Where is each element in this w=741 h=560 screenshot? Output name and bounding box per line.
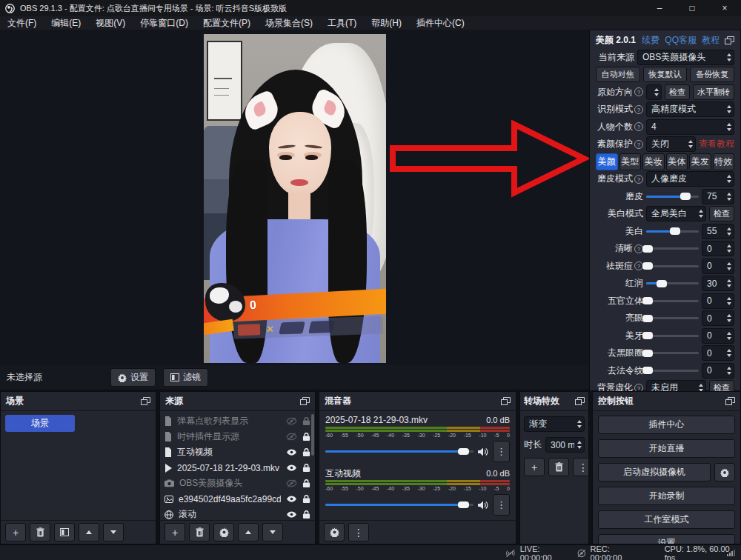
- source-row[interactable]: 弹幕点歌列表显示: [163, 413, 312, 429]
- autofocus-button[interactable]: 自动对焦: [596, 67, 640, 82]
- popout-icon[interactable]: [725, 397, 735, 405]
- facial-3d-value[interactable]: 0: [702, 293, 734, 309]
- facial-3d-slider[interactable]: [646, 300, 699, 302]
- backup-restore-button[interactable]: 备份恢复: [690, 67, 734, 82]
- tab-reshape[interactable]: 美型: [619, 153, 642, 170]
- teeth-whitening-value[interactable]: 0: [702, 328, 734, 344]
- spinner-icon[interactable]: [724, 227, 734, 236]
- anti-blemish-slider[interactable]: [646, 265, 699, 267]
- whitening-slider[interactable]: [646, 230, 699, 233]
- smooth-mode-select[interactable]: 人像磨皮: [646, 171, 734, 187]
- whitening-mode-select[interactable]: 全局美白: [646, 206, 706, 221]
- beauty-header-link[interactable]: 续费: [642, 34, 659, 47]
- face-protect-select[interactable]: 关闭: [646, 136, 696, 152]
- source-row[interactable]: 滚动: [163, 507, 312, 520]
- anti-blemish-value[interactable]: 0: [702, 259, 734, 274]
- rosy-value[interactable]: 30: [702, 276, 734, 291]
- spinner-icon[interactable]: [724, 279, 734, 287]
- spinner-icon[interactable]: [724, 262, 734, 270]
- start-virtual-camera-button[interactable]: 启动虚拟摄像机: [598, 463, 711, 481]
- popout-icon[interactable]: [725, 36, 734, 44]
- eye-icon[interactable]: [286, 448, 297, 456]
- close-button[interactable]: ×: [708, 0, 741, 16]
- tab-makeup[interactable]: 美妆: [642, 153, 665, 170]
- start-recording-button[interactable]: 开始录制: [598, 487, 735, 505]
- spinner-icon[interactable]: [651, 88, 661, 96]
- volume-slider[interactable]: [325, 504, 473, 506]
- dark-circle-removal-slider[interactable]: [646, 352, 699, 354]
- remove-source-button[interactable]: [189, 523, 210, 541]
- menu-item[interactable]: 编辑(E): [44, 16, 88, 30]
- beauty-header-link[interactable]: 教程: [702, 34, 720, 47]
- spinner-icon[interactable]: [724, 297, 734, 305]
- teeth-whitening-slider[interactable]: [646, 335, 699, 337]
- mixer-options-button[interactable]: ⋮: [493, 441, 510, 462]
- lock-icon[interactable]: [302, 479, 310, 488]
- sources-scrollbar[interactable]: [311, 414, 314, 456]
- spinner-icon[interactable]: [724, 367, 734, 375]
- smooth-skin-value[interactable]: 75: [702, 189, 734, 204]
- spinner-icon[interactable]: [724, 332, 734, 340]
- whitening-value[interactable]: 55: [702, 224, 734, 239]
- eye-icon[interactable]: [286, 464, 297, 472]
- source-row[interactable]: 互动视频: [163, 444, 312, 460]
- bright-eyes-value[interactable]: 0: [702, 310, 734, 326]
- view-tutorial-link[interactable]: 查看教程: [699, 138, 734, 150]
- smooth-skin-slider[interactable]: [646, 196, 699, 198]
- spinner-icon[interactable]: [724, 193, 734, 201]
- source-row[interactable]: OBS美颜摄像头: [163, 476, 312, 491]
- settings-button[interactable]: 设置: [598, 534, 735, 544]
- person-count-stepper[interactable]: 4: [646, 119, 734, 135]
- spinner-icon[interactable]: [724, 53, 734, 61]
- advanced-audio-button[interactable]: [324, 523, 345, 541]
- speaker-icon[interactable]: [478, 447, 488, 456]
- add-scene-button[interactable]: +: [5, 523, 26, 541]
- spinner-icon[interactable]: [685, 140, 695, 148]
- eye-icon[interactable]: [286, 495, 297, 503]
- horizontal-flip-button[interactable]: 水平翻转: [693, 84, 734, 100]
- source-properties-gear-button[interactable]: [213, 523, 234, 541]
- move-source-down-button[interactable]: [262, 523, 283, 541]
- transition-type-select[interactable]: 渐变: [524, 416, 585, 432]
- start-streaming-button[interactable]: 开始直播: [598, 439, 735, 458]
- eye-icon[interactable]: [286, 510, 297, 519]
- spinner-icon[interactable]: [724, 349, 734, 357]
- menu-item[interactable]: 停靠窗口(D): [133, 16, 196, 30]
- remove-transition-button[interactable]: [548, 458, 569, 476]
- current-source-select[interactable]: OBS美颜摄像头: [637, 50, 734, 65]
- maximize-button[interactable]: □: [676, 0, 708, 16]
- speaker-icon[interactable]: [478, 501, 488, 510]
- spinner-icon[interactable]: [574, 441, 584, 449]
- source-row[interactable]: e394502df49aa5fc2a99cd2e7c: [163, 491, 312, 507]
- tab-effects[interactable]: 特效: [713, 153, 735, 170]
- eye-slash-icon[interactable]: [286, 479, 297, 487]
- spinner-icon[interactable]: [724, 105, 734, 113]
- scene-filters-button[interactable]: [54, 523, 75, 541]
- recognition-mode-select[interactable]: 高精度模式: [646, 101, 734, 117]
- source-filters-button[interactable]: 滤镜: [163, 368, 208, 387]
- camera-preview[interactable]: 0 ✕: [204, 34, 386, 363]
- clarity-slider[interactable]: [646, 247, 699, 250]
- info-icon[interactable]: ?: [634, 140, 643, 149]
- transition-menu-button[interactable]: ⋮: [573, 458, 588, 476]
- bright-eyes-slider[interactable]: [646, 317, 699, 319]
- menu-item[interactable]: 配置文件(P): [196, 16, 258, 30]
- minimize-button[interactable]: –: [643, 0, 676, 16]
- nasolabial-removal-slider[interactable]: [646, 370, 699, 372]
- lock-icon[interactable]: [302, 494, 310, 504]
- mixer-options-button[interactable]: ⋮: [493, 494, 510, 516]
- whitening-check-button[interactable]: 检查: [709, 206, 734, 221]
- tab-beauty[interactable]: 美颜: [596, 153, 618, 170]
- add-transition-button[interactable]: +: [524, 458, 545, 476]
- virtual-camera-settings-button[interactable]: [714, 463, 735, 481]
- popout-icon[interactable]: [300, 397, 310, 405]
- popout-icon[interactable]: [575, 397, 585, 405]
- lock-icon[interactable]: [302, 432, 310, 441]
- studio-mode-button[interactable]: 工作室模式: [598, 510, 735, 529]
- source-properties-button[interactable]: 设置: [110, 368, 156, 387]
- spinner-icon[interactable]: [724, 244, 734, 253]
- menu-item[interactable]: 视图(V): [88, 16, 133, 30]
- move-scene-up-button[interactable]: [79, 523, 99, 541]
- source-row[interactable]: 2025-07-18 21-29-03.mkv: [163, 460, 312, 476]
- info-icon[interactable]: ?: [634, 87, 643, 96]
